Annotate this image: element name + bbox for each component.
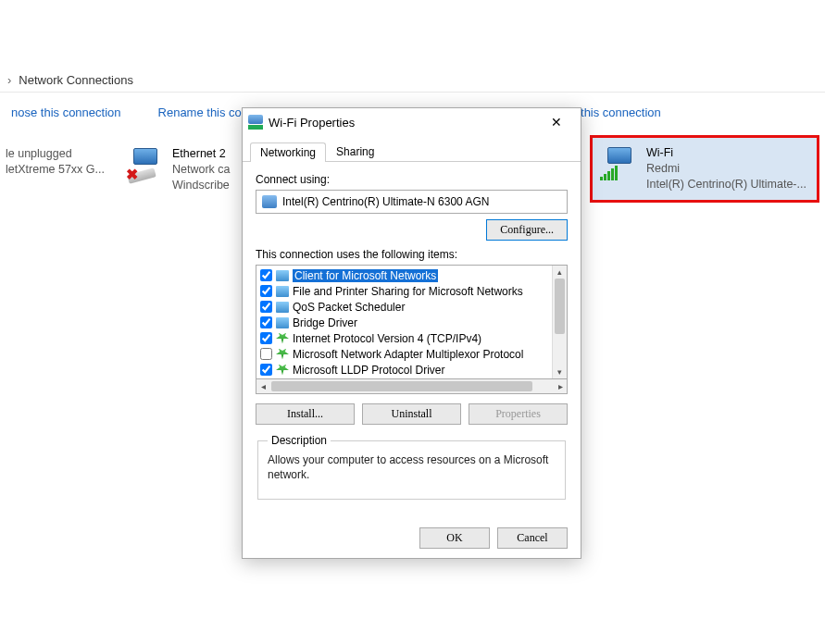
list-item-label: Microsoft LLDP Protocol Driver <box>293 364 445 377</box>
description-legend: Description <box>268 434 331 447</box>
protocol-icon <box>276 349 289 360</box>
description-text: Allows your computer to access resources… <box>268 452 556 482</box>
conn-title: Wi-Fi <box>646 145 806 161</box>
list-item-label: QoS Packet Scheduler <box>293 301 405 314</box>
list-item-label: Microsoft Network Adapter Multiplexor Pr… <box>293 348 523 361</box>
conn-title: Ethernet 2 <box>172 146 231 162</box>
dialog-titlebar[interactable]: Wi-Fi Properties ✕ <box>243 108 581 136</box>
cancel-button[interactable]: Cancel <box>497 527 568 549</box>
dialog-title: Wi-Fi Properties <box>269 116 538 130</box>
conn-status: le unplugged <box>6 146 105 162</box>
adapter-icon <box>262 195 277 208</box>
protocol-checkbox[interactable] <box>260 269 272 281</box>
conn-status: Network ca <box>172 162 231 178</box>
scroll-thumb[interactable] <box>555 279 565 334</box>
wifi-properties-dialog: Wi-Fi Properties ✕ Networking Sharing Co… <box>242 107 581 559</box>
chevron-right-icon: › <box>7 73 11 87</box>
list-item-label: Client for Microsoft Networks <box>293 269 438 282</box>
list-item[interactable]: Client for Microsoft Networks <box>258 267 550 283</box>
connect-using-label: Connect using: <box>256 173 568 186</box>
protocol-icon <box>276 365 289 376</box>
protocol-checkbox[interactable] <box>260 332 272 344</box>
toolbar-diagnose[interactable]: nose this connection <box>11 105 121 119</box>
connection-item-wifi[interactable]: Wi-Fi Redmi Intel(R) Centrino(R) Ultimat… <box>590 135 819 203</box>
protocol-icon <box>276 333 289 344</box>
scroll-left-icon[interactable]: ◂ <box>256 381 269 391</box>
protocol-checkbox[interactable] <box>260 348 272 360</box>
list-item[interactable]: Microsoft LLDP Protocol Driver <box>258 362 550 378</box>
install-button[interactable]: Install... <box>256 403 355 425</box>
conn-ssid: Redmi <box>646 161 806 177</box>
protocol-checkbox[interactable] <box>260 316 272 328</box>
adapter-name: Intel(R) Centrino(R) Ultimate-N 6300 AGN <box>282 195 489 208</box>
tab-networking[interactable]: Networking <box>250 142 326 162</box>
protocol-listbox[interactable]: Client for Microsoft NetworksFile and Pr… <box>256 265 568 379</box>
list-item[interactable]: File and Printer Sharing for Microsoft N… <box>258 283 550 299</box>
tab-bar: Networking Sharing <box>243 138 581 162</box>
items-label: This connection uses the following items… <box>256 248 568 261</box>
client-icon <box>276 302 289 313</box>
configure-button[interactable]: Configure... <box>486 219 568 241</box>
uninstall-button[interactable]: Uninstall <box>362 403 461 425</box>
wifi-icon <box>248 115 263 130</box>
list-item[interactable]: Bridge Driver <box>258 315 550 330</box>
breadcrumb-label: Network Connections <box>19 73 133 87</box>
ok-button[interactable]: OK <box>419 527 490 549</box>
list-item-label: Internet Protocol Version 4 (TCP/IPv4) <box>293 332 481 345</box>
conn-device: Intel(R) Centrino(R) Ultimate-... <box>646 177 806 192</box>
tab-sharing[interactable]: Sharing <box>326 142 384 161</box>
scrollbar-horizontal[interactable]: ◂ ▸ <box>256 379 568 394</box>
protocol-checkbox[interactable] <box>260 301 272 313</box>
scroll-up-icon[interactable]: ▴ <box>553 266 567 279</box>
description-group: Description Allows your computer to acce… <box>257 434 566 500</box>
close-button[interactable]: ✕ <box>538 109 575 135</box>
properties-button[interactable]: Properties <box>469 403 568 425</box>
client-icon <box>276 286 289 297</box>
divider <box>0 92 825 93</box>
client-icon <box>276 270 289 281</box>
conn-device: letXtreme 57xx G... <box>6 162 105 178</box>
wifi-adapter-icon <box>600 145 637 182</box>
list-item-label: Bridge Driver <box>293 316 357 329</box>
list-item[interactable]: QoS Packet Scheduler <box>258 299 550 315</box>
list-item-label: File and Printer Sharing for Microsoft N… <box>293 285 523 298</box>
list-item[interactable]: Internet Protocol Version 4 (TCP/IPv4) <box>258 330 550 346</box>
scroll-right-icon[interactable]: ▸ <box>554 381 567 391</box>
list-item[interactable]: Microsoft Network Adapter Multiplexor Pr… <box>258 346 550 362</box>
scroll-thumb-h[interactable] <box>271 381 532 391</box>
conn-device: Windscribe <box>172 178 231 193</box>
protocol-checkbox[interactable] <box>260 364 272 376</box>
breadcrumb[interactable]: › Network Connections <box>0 68 825 91</box>
client-icon <box>276 317 289 328</box>
protocol-checkbox[interactable] <box>260 285 272 297</box>
network-adapter-icon: ✖ <box>126 146 163 183</box>
scrollbar-vertical[interactable]: ▴ ▾ <box>552 266 567 378</box>
adapter-field[interactable]: Intel(R) Centrino(R) Ultimate-N 6300 AGN <box>256 190 568 214</box>
scroll-down-icon[interactable]: ▾ <box>553 365 567 378</box>
